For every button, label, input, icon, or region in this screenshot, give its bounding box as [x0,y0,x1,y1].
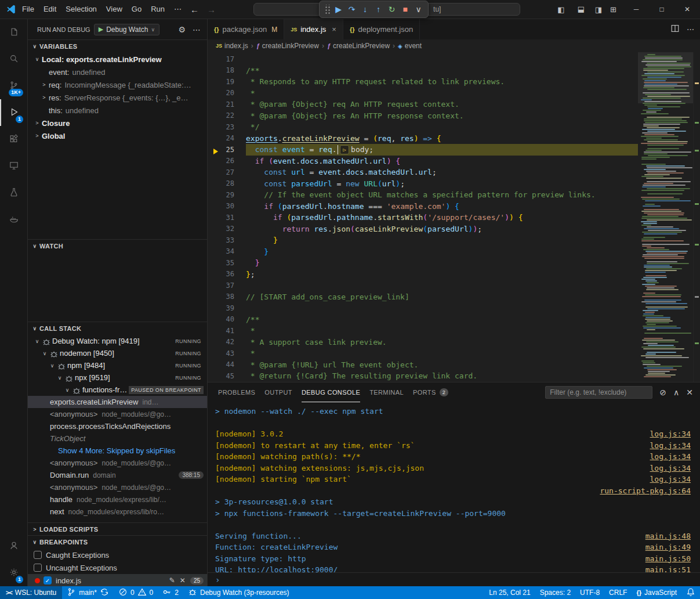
line-number[interactable]: 44 [208,360,246,369]
console-source-link[interactable]: log.js:34 [650,428,691,440]
code-line[interactable]: 28 const parsedUrl = new URL(url); [208,178,638,190]
breakpoint-checkbox[interactable] [34,551,42,559]
variables-row[interactable]: ∨Local: exports.createLinkPreview [28,53,207,66]
breakpoint-checkbox[interactable]: ✓ [43,576,52,584]
line-number[interactable]: 21 [208,100,246,109]
call-stack-row[interactable]: ∨Debug Watch: npm [9419]RUNNING [28,335,207,347]
step-into-icon[interactable]: ↓ [358,1,372,17]
panel-tab-ports[interactable]: PORTS2 [413,383,448,402]
code-line[interactable]: 32 return res.json(caseLinkPreview(parse… [208,223,638,235]
call-stack-row[interactable]: <anonymous>node_modules/@go… [28,408,207,420]
line-number[interactable]: 19 [208,78,246,86]
code-line[interactable]: 19 * Responds to any HTTP request relate… [208,76,638,88]
status-encoding[interactable]: UTF-8 [575,586,604,599]
breadcrumb-item[interactable]: JSindex.js [216,42,248,50]
console-row[interactable]: Signature type: httpmain.js:50 [208,553,700,565]
code-line[interactable]: 44 * @param {!URL} url The event object. [208,359,638,371]
console-row[interactable]: run-script-pkg.js:64 [208,485,700,497]
variables-row[interactable]: event:undefined [28,66,207,78]
console-row[interactable]: URL: http://localhost:9000/main.js:51 [208,564,700,572]
status-problems[interactable]: 00 [114,586,158,599]
variables-row[interactable]: >Closure [28,117,207,129]
panel-tab-output[interactable]: OUTPUT [264,383,292,402]
debug-console-input[interactable]: › [208,572,700,586]
breakpoint-checkbox[interactable] [34,564,42,572]
code-line[interactable]: 24exports.createLinkPreview = (req, res)… [208,133,638,145]
launch-config-dropdown[interactable]: ▶ Debug Watch ∨ [94,24,159,35]
line-number[interactable]: 29 [208,191,246,199]
variables-row[interactable]: >req:IncomingMessage {_readableState:… [28,78,207,91]
call-stack-row[interactable]: Show 4 More: Skipped by skipFiles [28,445,207,457]
activity-bar-item-explorer[interactable] [0,19,27,46]
code-line[interactable]: 33 } [208,234,638,246]
console-row[interactable]: [nodemon] 3.0.2log.js:34 [208,428,700,440]
minimap[interactable] [638,52,693,382]
console-source-link[interactable]: log.js:34 [650,440,691,452]
code-line[interactable]: 40/** [208,314,638,326]
toggle-panel-icon[interactable]: ◧ [570,2,590,17]
menu-run[interactable]: Run [146,3,169,16]
call-stack-row[interactable]: ∨nodemon [9450]RUNNING [28,347,207,359]
code-line[interactable]: 21 * @param {Object} req An HTTP request… [208,99,638,110]
code-line[interactable]: 25 const event = req.▷body; [208,144,638,156]
console-source-link[interactable]: log.js:34 [650,451,691,463]
code-line[interactable]: 34 } [208,246,638,258]
start-debug-icon[interactable]: ▶ [99,26,103,33]
line-number[interactable]: 20 [208,89,246,97]
code-line[interactable]: 35 } [208,257,638,269]
call-stack-section-header[interactable]: ∨ CALL STACK [28,322,207,335]
panel-tab-terminal[interactable]: TERMINAL [369,383,404,402]
menu-file[interactable]: File [17,3,39,16]
line-number[interactable]: 38 [208,293,246,301]
activity-bar-item-remote-explorer[interactable] [0,153,27,179]
minimize-button[interactable]: ─ [623,0,649,19]
line-number[interactable]: 41 [208,327,246,335]
activity-bar-item-run-and-debug[interactable]: 1 [0,99,27,126]
variables-row[interactable]: >Global [28,129,207,142]
line-number[interactable]: 18 [208,66,246,74]
line-number[interactable]: 28 [208,179,246,187]
menu-go[interactable]: Go [127,3,146,16]
close-button[interactable]: ✕ [674,0,700,19]
call-stack-row[interactable]: exports.createLinkPreviewind… [28,396,207,408]
line-number[interactable]: 22 [208,111,246,120]
call-stack-row[interactable]: handlenode_modules/express/lib/… [28,493,207,506]
code-line[interactable]: 29 // If the event object URL matches a … [208,189,638,201]
status-remote-indicator[interactable]: ><WSL: Ubuntu [0,586,62,599]
console-row[interactable]: [nodemon] watching extensions: js,mjs,cj… [208,463,700,474]
line-number[interactable]: 35 [208,259,246,267]
show-more-frames-link[interactable]: Show 4 More: Skipped by skipFiles [58,446,175,455]
console-row[interactable]: [nodemon] watching path(s): **/*log.js:3… [208,451,700,463]
line-number[interactable]: 24 [208,134,246,142]
call-stack-row[interactable]: ∨functions-fra…PAUSED ON BREAKPOINT [28,384,207,396]
status-indentation[interactable]: Spaces: 2 [535,586,575,599]
code-line[interactable]: 20 * [208,88,638,99]
code-line[interactable]: 37 [208,280,638,291]
breadcrumb-item[interactable]: ƒcreateLinkPreview [256,42,319,50]
breakpoint-row[interactable]: ✓index.js✎✕25 [28,574,207,586]
editor-tab-package.json[interactable]: {}package.jsonM [208,19,284,39]
code-line[interactable]: 23 */ [208,121,638,133]
status-language-mode[interactable]: {}JavaScript [632,586,681,599]
code-line[interactable]: 39 [208,302,638,314]
split-editor-icon[interactable] [670,24,680,35]
console-row[interactable]: Function: createLinkPreviewmain.js:49 [208,542,700,553]
call-stack-row[interactable]: ∨npm [9484]RUNNING [28,359,207,371]
code-line[interactable]: 36}; [208,269,638,280]
watch-section-header[interactable]: ∨ WATCH [28,240,207,252]
status-debug-session[interactable]: Debug Watch (3p-resources) [183,586,294,599]
code-line[interactable]: 18/** [208,65,638,77]
line-number[interactable]: 37 [208,282,246,290]
code-line[interactable]: 43 * [208,348,638,359]
console-source-link[interactable]: main.js:49 [645,542,691,553]
line-number[interactable]: 42 [208,338,246,346]
maximize-panel-icon[interactable]: ∧ [673,388,679,397]
line-number[interactable]: 17 [208,55,246,63]
line-number[interactable]: 45 [208,372,246,380]
activity-bar-item-extensions[interactable] [0,126,27,153]
line-number[interactable]: 27 [208,168,246,176]
console-source-link[interactable]: run-script-pkg.js:64 [600,485,691,497]
line-number[interactable]: 31 [208,214,246,222]
code-line[interactable]: 31 if (parsedUrl.pathname.startsWith('/s… [208,212,638,223]
call-stack-row[interactable]: <anonymous>node_modules/@go… [28,481,207,493]
